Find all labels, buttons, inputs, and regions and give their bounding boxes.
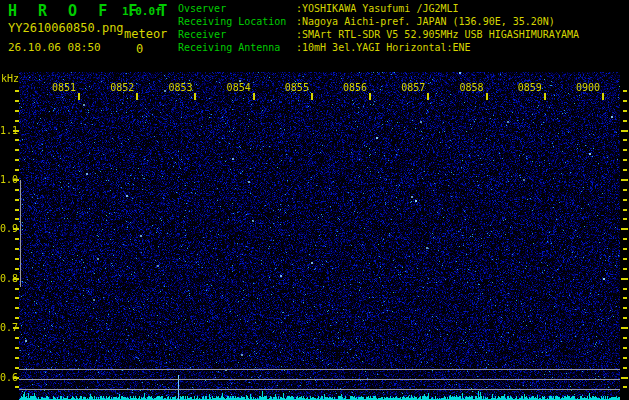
time-tick-mark <box>136 93 138 100</box>
freq-minor-tick-left <box>15 337 19 339</box>
freq-minor-tick-left <box>15 297 19 299</box>
freq-unit-label: kHz <box>1 73 19 84</box>
reference-line-middle <box>19 379 620 380</box>
info-label: Receiving Antenna <box>178 41 296 54</box>
output-filename: YY2610060850.png <box>8 21 124 35</box>
freq-minor-tick-left <box>15 248 19 250</box>
time-tick-label: 0858 <box>456 82 488 93</box>
freq-minor-tick-left <box>15 307 19 309</box>
info-row: Receiver:SMArt RTL-SDR V5 52.905MHz USB … <box>178 28 579 41</box>
freq-minor-tick-right <box>623 139 627 141</box>
time-tick-label: 0853 <box>164 82 196 93</box>
freq-minor-tick-right <box>623 357 627 359</box>
time-tick-mark <box>78 93 80 100</box>
freq-minor-tick-right <box>623 110 627 112</box>
time-tick-mark <box>311 93 313 100</box>
time-tick-label: 0857 <box>397 82 429 93</box>
freq-major-tick-left <box>13 130 19 132</box>
freq-minor-tick-right <box>623 268 627 270</box>
info-row: Receiving Antenna:10mH 3el.YAGI Horizont… <box>178 41 579 54</box>
observation-datetime: 26.10.06 08:50 <box>8 41 101 54</box>
freq-minor-tick-right <box>623 347 627 349</box>
meteor-count: 0 <box>136 42 143 56</box>
freq-minor-tick-left <box>15 347 19 349</box>
freq-major-tick-left <box>13 377 19 379</box>
freq-minor-tick-left <box>15 110 19 112</box>
time-tick-mark <box>427 93 429 100</box>
freq-minor-tick-right <box>623 90 627 92</box>
freq-minor-tick-right <box>623 386 627 388</box>
freq-minor-tick-left <box>15 386 19 388</box>
info-label: Receiver <box>178 28 296 41</box>
info-value: :YOSHIKAWA Yasufumi /JG2MLI <box>296 3 459 14</box>
info-value: :10mH 3el.YAGI Horizontal:ENE <box>296 42 471 53</box>
freq-minor-tick-left <box>15 189 19 191</box>
freq-minor-tick-left <box>15 100 19 102</box>
freq-major-tick-right <box>621 278 628 280</box>
freq-minor-tick-right <box>623 120 627 122</box>
time-tick-label: 0851 <box>48 82 80 93</box>
freq-minor-tick-right <box>623 258 627 260</box>
freq-minor-tick-right <box>623 238 627 240</box>
time-tick-label: 0855 <box>281 82 313 93</box>
time-tick-label: 0900 <box>572 82 604 93</box>
freq-minor-tick-right <box>623 199 627 201</box>
freq-minor-tick-left <box>15 288 19 290</box>
time-tick-label: 0856 <box>339 82 371 93</box>
freq-minor-tick-right <box>623 307 627 309</box>
freq-minor-tick-left <box>15 149 19 151</box>
time-tick-label: 0854 <box>223 82 255 93</box>
freq-minor-tick-right <box>623 248 627 250</box>
freq-minor-tick-right <box>623 337 627 339</box>
time-tick-mark <box>253 93 255 100</box>
freq-minor-tick-left <box>15 238 19 240</box>
freq-major-tick-right <box>621 179 628 181</box>
info-row: Ovserver:YOSHIKAWA Yasufumi /JG2MLI <box>178 2 579 15</box>
info-row: Receiving Location:Nagoya Aichi-pref. JA… <box>178 15 579 28</box>
freq-minor-tick-right <box>623 159 627 161</box>
info-label: Ovserver <box>178 2 296 15</box>
time-tick-mark <box>369 93 371 100</box>
freq-minor-tick-left <box>15 258 19 260</box>
freq-minor-tick-left <box>15 169 19 171</box>
freq-minor-tick-right <box>623 100 627 102</box>
freq-minor-tick-right <box>623 169 627 171</box>
freq-minor-tick-left <box>15 199 19 201</box>
freq-major-tick-right <box>621 228 628 230</box>
freq-major-tick-right <box>621 377 628 379</box>
freq-minor-tick-left <box>15 317 19 319</box>
info-value: :Nagoya Aichi-pref. JAPAN (136.90E, 35.2… <box>296 16 555 27</box>
freq-minor-tick-right <box>623 367 627 369</box>
freq-minor-tick-right <box>623 288 627 290</box>
freq-major-tick-left <box>13 228 19 230</box>
hrofft-window: H R O F F T 1.0.0f YY2610060850.png mete… <box>0 0 629 400</box>
freq-minor-tick-right <box>623 209 627 211</box>
freq-minor-tick-left <box>15 218 19 220</box>
mode-label: meteor <box>124 27 167 41</box>
scale-bar <box>20 180 21 287</box>
time-tick-mark <box>602 93 604 100</box>
freq-minor-tick-right <box>623 189 627 191</box>
freq-minor-tick-left <box>15 90 19 92</box>
freq-minor-tick-left <box>15 367 19 369</box>
freq-major-tick-right <box>621 130 628 132</box>
time-tick-label: 0859 <box>514 82 546 93</box>
time-tick-mark <box>486 93 488 100</box>
freq-major-tick-left <box>13 327 19 329</box>
info-label: Receiving Location <box>178 15 296 28</box>
info-value: :SMArt RTL-SDR V5 52.905MHz USB HIGASHIM… <box>296 29 579 40</box>
freq-minor-tick-right <box>623 149 627 151</box>
freq-minor-tick-right <box>623 317 627 319</box>
freq-minor-tick-left <box>15 357 19 359</box>
freq-minor-tick-left <box>15 268 19 270</box>
freq-minor-tick-left <box>15 139 19 141</box>
receiver-info: Ovserver:YOSHIKAWA Yasufumi /JG2MLIRecei… <box>178 2 579 54</box>
time-tick-mark <box>194 93 196 100</box>
time-tick-label: 0852 <box>106 82 138 93</box>
freq-minor-tick-left <box>15 209 19 211</box>
spectrogram-canvas <box>19 72 620 400</box>
freq-minor-tick-left <box>15 159 19 161</box>
app-version: 1.0.0f <box>122 5 162 18</box>
freq-major-tick-left <box>13 278 19 280</box>
freq-minor-tick-right <box>623 218 627 220</box>
